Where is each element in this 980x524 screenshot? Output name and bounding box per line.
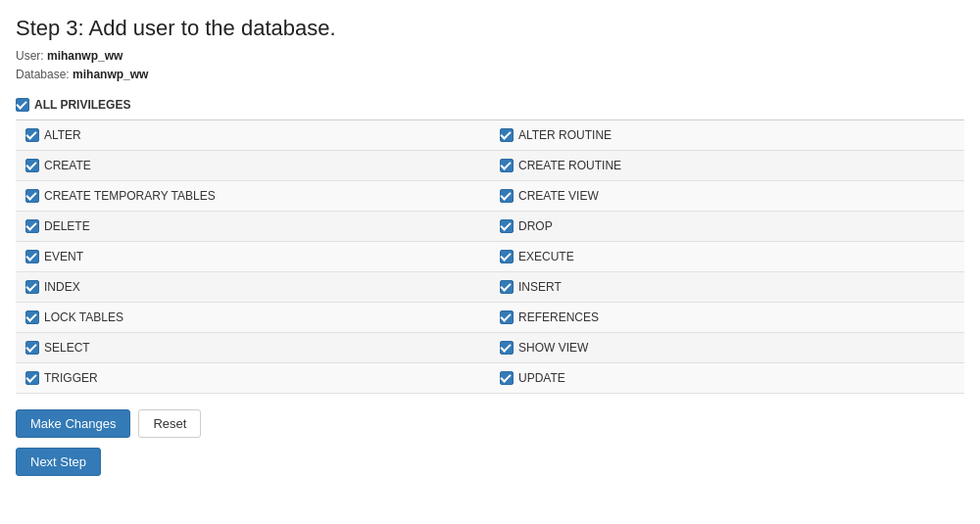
checkbox-execute[interactable] (500, 250, 514, 263)
make-changes-button[interactable]: Make Changes (16, 409, 130, 438)
checkbox-select[interactable] (25, 341, 39, 355)
priv-cell-right: EXECUTE (500, 250, 955, 263)
table-row: INDEX INSERT (16, 272, 964, 303)
table-row: ALTER ALTER ROUTINE (16, 120, 964, 151)
priv-label-left: EVENT (44, 250, 83, 263)
checkbox-show_view[interactable] (500, 341, 514, 355)
priv-cell-right: ALTER ROUTINE (500, 128, 955, 142)
priv-label-left: CREATE (44, 159, 91, 172)
priv-label-left: INDEX (44, 280, 80, 294)
reset-button[interactable]: Reset (138, 409, 201, 438)
priv-cell-right: CREATE VIEW (500, 189, 955, 203)
checkbox-create_routine[interactable] (500, 159, 514, 172)
priv-label-right: EXECUTE (518, 250, 574, 263)
priv-label-right: DROP (518, 219, 553, 233)
table-row: EVENT EXECUTE (16, 242, 964, 272)
priv-cell-left: LOCK TABLES (25, 310, 480, 324)
priv-label-right: SHOW VIEW (518, 341, 588, 355)
priv-label-right: CREATE ROUTINE (518, 159, 621, 172)
priv-cell-left: DELETE (25, 219, 480, 233)
priv-label-left: TRIGGER (44, 371, 98, 385)
priv-label-right: REFERENCES (518, 310, 599, 324)
priv-cell-left: EVENT (25, 250, 480, 263)
checkbox-alter[interactable] (25, 128, 39, 142)
checkbox-drop[interactable] (500, 219, 514, 233)
user-value: mihanwp_ww (47, 49, 122, 63)
checkbox-create[interactable] (25, 159, 39, 172)
priv-cell-left: SELECT (25, 341, 480, 355)
checkbox-create_temporary_tables[interactable] (25, 189, 39, 203)
all-privileges-row: ALL PRIVILEGES (16, 98, 964, 112)
priv-cell-left: CREATE (25, 159, 480, 172)
priv-label-right: CREATE VIEW (518, 189, 599, 203)
priv-cell-right: UPDATE (500, 371, 955, 385)
priv-cell-right: DROP (500, 219, 955, 233)
priv-cell-right: INSERT (500, 280, 955, 294)
checkbox-trigger[interactable] (25, 371, 39, 385)
checkbox-create_view[interactable] (500, 189, 514, 203)
all-privileges-checkbox[interactable] (16, 98, 29, 112)
user-label: User: (16, 49, 44, 63)
checkbox-index[interactable] (25, 280, 39, 294)
checkbox-delete[interactable] (25, 219, 39, 233)
checkbox-lock_tables[interactable] (25, 310, 39, 324)
table-row: CREATE CREATE ROUTINE (16, 151, 964, 181)
priv-label-left: DELETE (44, 219, 90, 233)
priv-label-left: SELECT (44, 341, 90, 355)
priv-cell-left: ALTER (25, 128, 480, 142)
priv-label-left: CREATE TEMPORARY TABLES (44, 189, 216, 203)
page-title: Step 3: Add user to the database. (16, 16, 964, 41)
checkbox-alter_routine[interactable] (500, 128, 514, 142)
priv-label-left: ALTER (44, 128, 81, 142)
priv-cell-left: TRIGGER (25, 371, 480, 385)
priv-label-left: LOCK TABLES (44, 310, 123, 324)
next-step-button[interactable]: Next Step (16, 448, 101, 476)
priv-cell-right: CREATE ROUTINE (500, 159, 955, 172)
table-row: SELECT SHOW VIEW (16, 333, 964, 363)
next-step-row: Next Step (16, 448, 964, 476)
checkbox-references[interactable] (500, 310, 514, 324)
all-privileges-label: ALL PRIVILEGES (34, 98, 130, 112)
priv-label-right: INSERT (518, 280, 562, 294)
buttons-row: Make Changes Reset (16, 409, 964, 438)
privileges-table: ALTER ALTER ROUTINE CREATE CREATE ROUTIN… (16, 120, 964, 394)
priv-cell-right: REFERENCES (500, 310, 955, 324)
priv-cell-left: CREATE TEMPORARY TABLES (25, 189, 480, 203)
user-info: User: mihanwp_ww Database: mihanwp_ww (16, 47, 964, 84)
table-row: DELETE DROP (16, 212, 964, 242)
priv-cell-right: SHOW VIEW (500, 341, 955, 355)
priv-label-right: UPDATE (518, 371, 565, 385)
table-row: TRIGGER UPDATE (16, 363, 964, 394)
priv-cell-left: INDEX (25, 280, 480, 294)
checkbox-event[interactable] (25, 250, 39, 263)
priv-label-right: ALTER ROUTINE (518, 128, 612, 142)
database-value: mihanwp_ww (73, 68, 148, 81)
table-row: CREATE TEMPORARY TABLES CREATE VIEW (16, 181, 964, 212)
checkbox-update[interactable] (500, 371, 514, 385)
table-row: LOCK TABLES REFERENCES (16, 303, 964, 333)
checkbox-insert[interactable] (500, 280, 514, 294)
database-label: Database: (16, 68, 70, 81)
